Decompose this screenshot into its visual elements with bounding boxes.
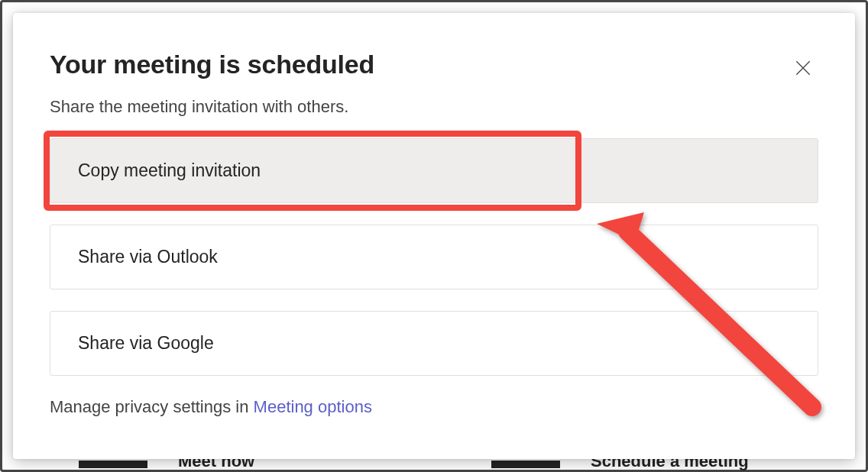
close-icon xyxy=(793,58,813,78)
highlighted-option-wrap: Copy meeting invitation xyxy=(50,138,818,203)
footer-text: Manage privacy settings in Meeting optio… xyxy=(50,397,818,417)
close-button[interactable] xyxy=(788,53,818,83)
copy-invitation-button[interactable]: Copy meeting invitation xyxy=(50,138,818,203)
share-google-button[interactable]: Share via Google xyxy=(50,311,818,376)
meeting-scheduled-dialog: Your meeting is scheduled Share the meet… xyxy=(13,13,855,459)
dialog-header: Your meeting is scheduled xyxy=(50,50,818,83)
meeting-options-link[interactable]: Meeting options xyxy=(254,397,372,416)
background-decoration xyxy=(491,461,560,468)
share-options: Copy meeting invitation Share via Outloo… xyxy=(50,138,818,376)
dialog-title: Your meeting is scheduled xyxy=(50,50,374,79)
footer-prefix: Manage privacy settings in xyxy=(50,397,254,416)
background-decoration xyxy=(79,461,147,468)
share-outlook-button[interactable]: Share via Outlook xyxy=(50,225,818,289)
window-frame: Meet now Schedule a meeting Your meeting… xyxy=(0,0,868,472)
dialog-subtitle: Share the meeting invitation with others… xyxy=(50,97,818,117)
